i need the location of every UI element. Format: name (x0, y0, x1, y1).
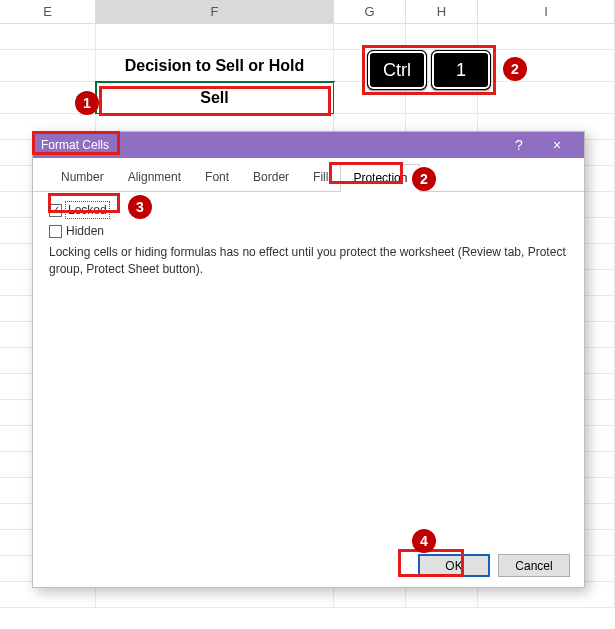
format-cells-dialog: Format Cells ? × Number Alignment Font B… (32, 131, 585, 588)
close-button[interactable]: × (538, 132, 576, 158)
dialog-title: Format Cells (41, 138, 500, 152)
tab-border[interactable]: Border (241, 164, 301, 191)
cell[interactable] (0, 50, 96, 82)
cell[interactable] (478, 50, 615, 82)
tab-font[interactable]: Font (193, 164, 241, 191)
cell[interactable] (478, 24, 615, 50)
tab-number[interactable]: Number (49, 164, 116, 191)
keyboard-shortcut-group: Ctrl 1 (362, 45, 496, 95)
locked-checkbox[interactable]: ✓ (49, 204, 62, 217)
callout-badge-1: 1 (75, 91, 99, 115)
hidden-checkbox[interactable] (49, 225, 62, 238)
cell-decision-heading[interactable]: Decision to Sell or Hold (96, 50, 334, 82)
callout-badge-2-shortcut: 2 (503, 57, 527, 81)
dialog-titlebar[interactable]: Format Cells ? × (33, 132, 584, 158)
column-header-row: E F G H I (0, 0, 615, 24)
dialog-tabs: Number Alignment Font Border Fill Protec… (33, 158, 584, 192)
dialog-footer: OK Cancel (418, 554, 570, 577)
cell-sell[interactable]: Sell (96, 82, 334, 114)
protection-note: Locking cells or hiding formulas has no … (49, 244, 568, 278)
key-one: 1 (431, 50, 491, 90)
dialog-body: ✓ Locked Hidden Locking cells or hiding … (33, 192, 584, 288)
col-header-F[interactable]: F (96, 0, 334, 24)
cancel-button[interactable]: Cancel (498, 554, 570, 577)
locked-label: Locked (66, 202, 109, 218)
hidden-checkbox-row[interactable]: Hidden (49, 224, 568, 238)
callout-badge-2-tab: 2 (412, 167, 436, 191)
col-header-H[interactable]: H (406, 0, 478, 24)
tab-fill[interactable]: Fill (301, 164, 340, 191)
cell[interactable] (96, 24, 334, 50)
col-header-I[interactable]: I (478, 0, 615, 24)
callout-badge-4: 4 (412, 529, 436, 553)
key-ctrl: Ctrl (367, 50, 427, 90)
tab-alignment[interactable]: Alignment (116, 164, 193, 191)
hidden-label: Hidden (66, 224, 104, 238)
tab-protection[interactable]: Protection (340, 164, 420, 192)
help-button[interactable]: ? (500, 132, 538, 158)
cell[interactable] (478, 82, 615, 114)
col-header-G[interactable]: G (334, 0, 406, 24)
col-header-E[interactable]: E (0, 0, 96, 24)
cell[interactable] (0, 24, 96, 50)
locked-checkbox-row[interactable]: ✓ Locked (49, 202, 568, 218)
callout-badge-3: 3 (128, 195, 152, 219)
ok-button[interactable]: OK (418, 554, 490, 577)
